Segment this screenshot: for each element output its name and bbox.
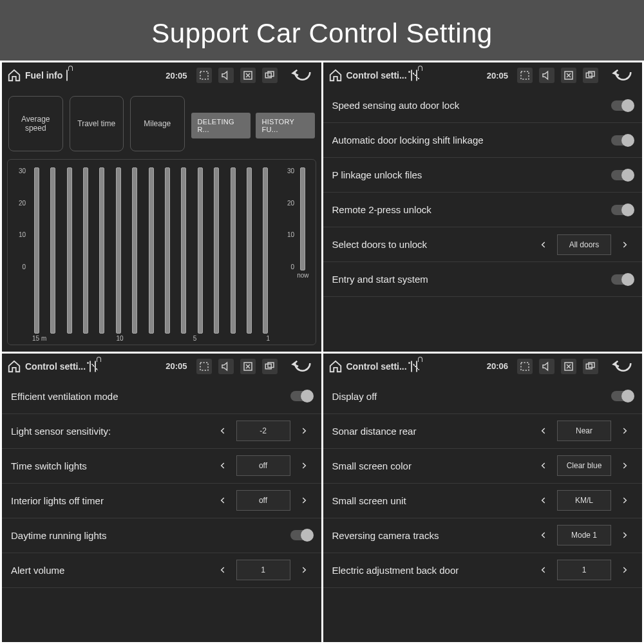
chevron-left-icon[interactable]: [214, 562, 231, 578]
setting-label: P linkage unlock files: [332, 169, 607, 180]
back-button[interactable]: [607, 66, 637, 84]
setting-row[interactable]: Interior lights off timeroff: [2, 484, 321, 518]
setting-row[interactable]: Remote 2-press unlock: [323, 193, 643, 227]
chevron-right-icon[interactable]: [616, 422, 633, 439]
setting-label: Select doors to unlock: [332, 239, 531, 250]
history-fuel-button[interactable]: HISTORY FU...: [256, 113, 315, 138]
setting-row[interactable]: Entry and start system: [323, 262, 643, 297]
y-axis-left: 3020100: [14, 167, 26, 270]
back-button[interactable]: [287, 66, 316, 84]
toggle-switch[interactable]: [611, 100, 633, 111]
mute-icon[interactable]: [539, 68, 554, 83]
setting-row[interactable]: Small screen colorClear blue: [323, 449, 643, 484]
chevron-left-icon[interactable]: [214, 492, 231, 509]
value-box[interactable]: -2: [236, 421, 290, 441]
value-box[interactable]: Clear blue: [557, 455, 611, 476]
close-app-icon[interactable]: [240, 68, 256, 83]
value-box[interactable]: off: [236, 455, 290, 476]
setting-row[interactable]: Automatic door locking shift linkage: [323, 123, 643, 158]
panel-control-1: Control setti... 20:05 Speed sensing aut…: [323, 62, 643, 352]
home-icon[interactable]: [328, 68, 343, 82]
setting-label: Reversing camera tracks: [332, 530, 531, 541]
lock-icon: [416, 70, 417, 80]
chevron-right-icon[interactable]: [616, 236, 633, 253]
mute-icon[interactable]: [218, 68, 234, 83]
setting-row[interactable]: Display off: [323, 379, 643, 414]
chevron-left-icon[interactable]: [214, 457, 231, 474]
setting-row[interactable]: Alert volume1: [2, 553, 321, 588]
setting-row[interactable]: Reversing camera tracksMode 1: [323, 518, 643, 553]
multitask-icon[interactable]: [262, 68, 278, 83]
value-box[interactable]: Mode 1: [557, 525, 611, 545]
chevron-left-icon[interactable]: [535, 457, 552, 474]
toggle-switch[interactable]: [290, 391, 312, 401]
multitask-icon[interactable]: [583, 359, 598, 374]
chevron-left-icon[interactable]: [535, 527, 552, 544]
toggle-switch[interactable]: [290, 530, 312, 540]
chevron-right-icon[interactable]: [296, 422, 312, 439]
screenshot-icon[interactable]: [196, 68, 212, 83]
home-icon[interactable]: [328, 359, 343, 374]
chevron-right-icon[interactable]: [616, 457, 633, 474]
chevron-right-icon[interactable]: [616, 562, 633, 578]
close-app-icon[interactable]: [561, 359, 576, 374]
toggle-switch[interactable]: [611, 205, 633, 215]
x-axis: 15 m1051: [28, 334, 274, 342]
chevron-left-icon[interactable]: [535, 236, 552, 253]
chevron-left-icon[interactable]: [535, 422, 552, 439]
toggle-switch[interactable]: [611, 274, 633, 285]
setting-row[interactable]: Sonar distance rearNear: [323, 414, 643, 449]
back-button[interactable]: [607, 357, 637, 375]
home-icon[interactable]: [7, 68, 21, 82]
setting-row[interactable]: Daytime running lights: [2, 518, 321, 553]
setting-label: Small screen unit: [332, 495, 531, 506]
multitask-icon[interactable]: [583, 68, 598, 83]
setting-label: Remote 2-press unlock: [332, 204, 607, 215]
chevron-left-icon[interactable]: [535, 492, 552, 509]
setting-row[interactable]: Light sensor sensitivity:-2: [2, 414, 321, 449]
chevron-left-icon[interactable]: [214, 422, 231, 439]
chevron-left-icon[interactable]: [535, 562, 552, 578]
setting-row[interactable]: Efficient ventilation mode: [2, 379, 321, 414]
screenshot-icon[interactable]: [196, 359, 212, 374]
chevron-right-icon[interactable]: [616, 492, 633, 509]
value-box[interactable]: Near: [557, 421, 611, 441]
screenshot-icon[interactable]: [517, 68, 533, 83]
chevron-right-icon[interactable]: [616, 527, 633, 544]
back-button[interactable]: [287, 357, 316, 375]
screenshot-icon[interactable]: [517, 359, 533, 374]
setting-row[interactable]: Speed sensing auto door lock: [323, 88, 643, 123]
setting-row[interactable]: Time switch lightsoff: [2, 449, 321, 484]
setting-row[interactable]: Electric adjustment back door1: [323, 553, 643, 588]
tile-mileage[interactable]: Mileage: [130, 96, 185, 151]
value-box[interactable]: 1: [557, 560, 611, 580]
tile-average-speed[interactable]: Average speed: [8, 96, 63, 151]
toggle-switch[interactable]: [611, 135, 633, 146]
mute-icon[interactable]: [218, 359, 234, 374]
value-box[interactable]: 1: [236, 560, 290, 580]
delete-records-button[interactable]: DELETING R...: [191, 113, 251, 138]
svg-rect-4: [521, 71, 529, 79]
mute-icon[interactable]: [539, 359, 554, 374]
setting-row[interactable]: Select doors to unlockAll doors: [323, 227, 643, 262]
toggle-switch[interactable]: [611, 391, 633, 401]
close-app-icon[interactable]: [240, 359, 256, 374]
setting-row[interactable]: P linkage unlock files: [323, 158, 643, 193]
value-box[interactable]: off: [236, 490, 290, 511]
settings-list: Efficient ventilation modeLight sensor s…: [2, 379, 321, 643]
chevron-right-icon[interactable]: [296, 457, 312, 474]
setting-label: Entry and start system: [332, 274, 607, 285]
value-box[interactable]: KM/L: [557, 490, 611, 511]
panel-control-3: Control setti... 20:06 Display offSonar …: [323, 354, 643, 643]
setting-label: Display off: [332, 391, 607, 402]
chevron-right-icon[interactable]: [296, 562, 312, 578]
chevron-right-icon[interactable]: [296, 492, 312, 509]
value-box[interactable]: All doors: [557, 234, 611, 255]
setting-row[interactable]: Small screen unitKM/L: [323, 484, 643, 518]
toggle-switch[interactable]: [611, 170, 633, 180]
close-app-icon[interactable]: [561, 68, 576, 83]
multitask-icon[interactable]: [262, 359, 278, 374]
fuel-chart: 3020100 15 m1051 3020100 now: [7, 159, 316, 345]
home-icon[interactable]: [7, 359, 21, 374]
tile-travel-time[interactable]: Travel time: [70, 96, 124, 151]
